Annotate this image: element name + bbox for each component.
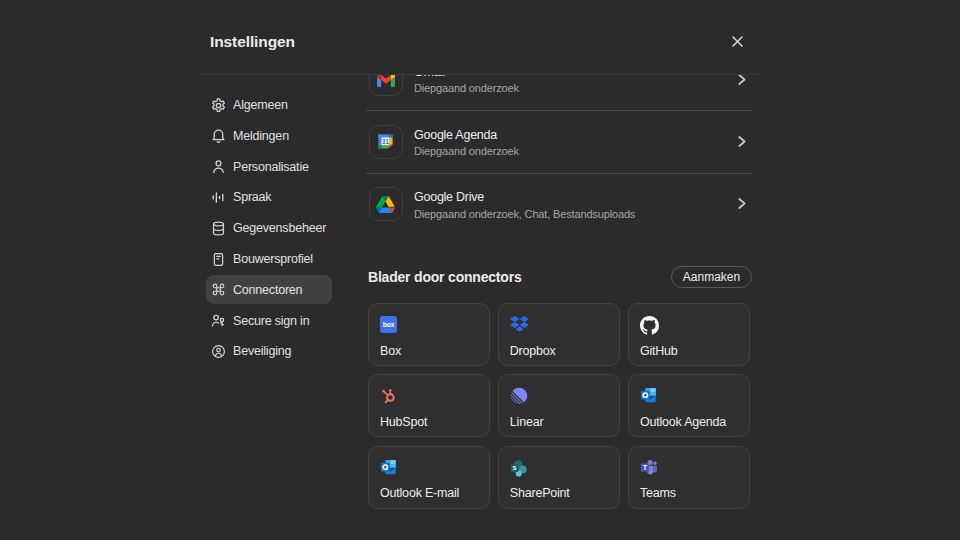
- svg-text:T: T: [643, 464, 647, 471]
- svg-text:S: S: [512, 464, 516, 471]
- svg-text:31: 31: [382, 138, 390, 145]
